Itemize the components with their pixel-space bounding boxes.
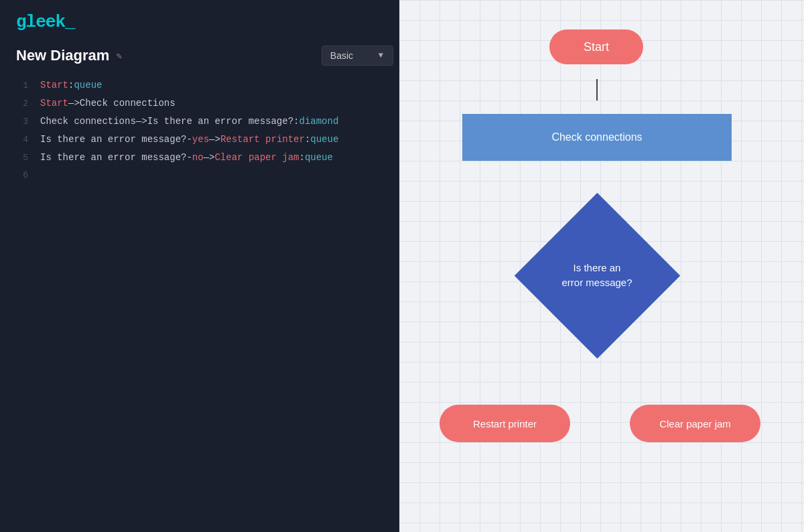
- header: gleek_: [0, 0, 399, 40]
- code-line-6: 6: [9, 167, 399, 184]
- restart-printer-label: Restart printer: [473, 418, 537, 429]
- line-number: 5: [9, 149, 28, 167]
- clear-paper-jam-label: Clear paper jam: [659, 418, 731, 429]
- logo: gleek_: [16, 12, 75, 32]
- diamond-label: Is there an error message?: [520, 198, 674, 352]
- code-token: Is there an error message?-: [40, 149, 192, 166]
- code-token: Start: [40, 94, 68, 112]
- diagram-title: New Diagram: [16, 47, 109, 64]
- code-token: Check connections: [80, 94, 176, 112]
- right-panel: yes no Start Check connections Is there …: [399, 0, 804, 532]
- code-token: —>: [209, 131, 220, 148]
- code-token: —>: [68, 94, 80, 112]
- code-token: :: [305, 131, 310, 148]
- code-token: Restart printer: [220, 131, 305, 148]
- code-token: diamond: [299, 113, 338, 130]
- code-token: queue: [74, 76, 102, 94]
- code-line-5: 5 Is there an error message?-no—>Clear p…: [9, 149, 399, 167]
- code-token: Start: [40, 76, 68, 94]
- code-token: :: [299, 149, 305, 166]
- line-number: 1: [9, 77, 28, 94]
- restart-printer-node: Restart printer: [440, 405, 570, 442]
- logo-prefix: gl: [16, 12, 36, 32]
- code-line-2: 2 Start—>Check connections: [9, 94, 399, 113]
- code-token: Is there an error message?-: [40, 131, 192, 148]
- code-token: queue: [310, 131, 338, 148]
- line-number: 6: [9, 167, 28, 184]
- diamond-label-line1: Is there an: [574, 262, 621, 273]
- code-token: Check connections: [40, 113, 136, 130]
- code-token: Is there an error message?:: [147, 113, 299, 130]
- code-token: Clear paper jam: [214, 149, 299, 166]
- diagram-type-dropdown[interactable]: Basic Advanced Custom: [322, 46, 393, 66]
- check-connections-node: Check connections: [462, 114, 732, 161]
- line-number: 3: [9, 113, 28, 131]
- dropdown-wrapper: Basic Advanced Custom ▼: [322, 46, 383, 66]
- start-node: Start: [549, 29, 643, 64]
- clear-paper-jam-node: Clear paper jam: [630, 405, 760, 442]
- left-panel: gleek_ New Diagram ✎ Basic Advanced Cust…: [0, 0, 399, 532]
- code-token: queue: [305, 149, 333, 166]
- line-number: 4: [9, 131, 28, 149]
- code-line-4: 4 Is there an error message?-yes—>Restar…: [9, 131, 399, 149]
- code-line-1: 1 Start:queue: [9, 76, 399, 94]
- code-token: —>: [136, 113, 147, 130]
- check-connections-label: Check connections: [551, 131, 642, 143]
- line-number: 2: [9, 95, 28, 113]
- code-token: no: [192, 149, 204, 166]
- code-editor[interactable]: 1 Start:queue 2 Start—>Check connections…: [0, 76, 399, 532]
- diagram-title-row: New Diagram ✎ Basic Advanced Custom ▼: [0, 40, 399, 76]
- code-token: yes: [192, 131, 209, 148]
- edit-icon[interactable]: ✎: [116, 50, 121, 62]
- code-token: —>: [204, 149, 215, 166]
- diamond-label-line2: error message?: [561, 277, 632, 288]
- logo-suffix: eek_: [36, 12, 74, 32]
- start-label: Start: [584, 40, 609, 54]
- code-token: :: [68, 76, 74, 94]
- diamond-node: Is there an error message?: [520, 198, 674, 352]
- code-line-3: 3 Check connections—>Is there an error m…: [9, 113, 399, 131]
